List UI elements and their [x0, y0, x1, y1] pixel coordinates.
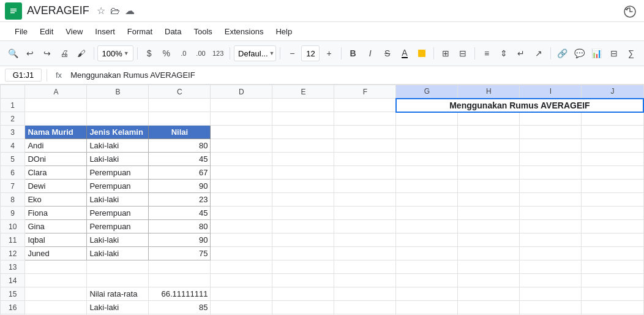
cell-c7[interactable]: 90 — [149, 180, 211, 193]
font-size-plus[interactable]: + — [321, 45, 337, 62]
cell-f4[interactable] — [334, 139, 396, 153]
cell-a3[interactable]: Nama Murid — [25, 126, 87, 139]
function-btn[interactable]: ∑ — [623, 45, 639, 62]
cell-f7[interactable] — [334, 180, 396, 193]
cell-b12[interactable]: Laki-laki — [87, 247, 149, 260]
cell-a14[interactable] — [25, 274, 87, 287]
menu-insert[interactable]: Insert — [90, 25, 120, 39]
menu-view[interactable]: View — [61, 25, 88, 39]
font-size-input[interactable] — [302, 49, 319, 58]
search-btn[interactable]: 🔍 — [5, 45, 21, 62]
col-header-c[interactable]: C — [149, 85, 211, 99]
cell-c8[interactable]: 23 — [149, 193, 211, 207]
halign-btn[interactable]: ≡ — [479, 45, 495, 62]
cell-e10[interactable] — [272, 220, 334, 233]
menu-data[interactable]: Data — [160, 25, 186, 39]
cell-i12[interactable] — [520, 247, 582, 260]
cell-i2[interactable] — [520, 112, 582, 126]
menu-format[interactable]: Format — [122, 25, 157, 39]
cell-g16[interactable] — [396, 301, 458, 314]
folder-icon[interactable]: 🗁 — [110, 6, 120, 17]
cell-e3[interactable] — [272, 126, 334, 139]
cell-d6[interactable] — [211, 166, 272, 180]
cell-c14[interactable] — [149, 274, 211, 287]
cell-c15[interactable]: 66.11111111 — [149, 287, 211, 301]
cell-g7[interactable] — [396, 180, 458, 193]
cell-i4[interactable] — [520, 139, 582, 153]
cell-e12[interactable] — [272, 247, 334, 260]
cell-c3[interactable]: Nilai — [149, 126, 211, 139]
text-color-btn[interactable]: A — [397, 45, 413, 62]
borders-btn[interactable]: ⊞ — [438, 45, 454, 62]
italic-btn[interactable]: I — [362, 45, 378, 62]
fill-color-btn[interactable] — [414, 45, 430, 62]
menu-help[interactable]: Help — [271, 25, 297, 39]
cell-g9[interactable] — [396, 207, 458, 220]
cell-b10[interactable]: Perempuan — [87, 220, 149, 233]
cell-b4[interactable]: Laki-laki — [87, 139, 149, 153]
cell-b5[interactable]: Laki-laki — [87, 153, 149, 166]
cell-d3[interactable] — [211, 126, 272, 139]
rotate-btn[interactable]: ↗ — [530, 45, 546, 62]
cell-h11[interactable] — [458, 233, 520, 247]
cell-i13[interactable] — [520, 260, 582, 274]
cloud-icon[interactable]: ☁ — [125, 5, 135, 17]
cell-j9[interactable] — [582, 207, 643, 220]
cell-c2[interactable] — [149, 112, 211, 126]
cell-c10[interactable]: 80 — [149, 220, 211, 233]
cell-f16[interactable] — [334, 301, 396, 314]
cell-h14[interactable] — [458, 274, 520, 287]
cell-b14[interactable] — [87, 274, 149, 287]
cell-i14[interactable] — [520, 274, 582, 287]
menu-tools[interactable]: Tools — [189, 25, 217, 39]
col-header-a[interactable]: A — [25, 85, 87, 99]
cell-f15[interactable] — [334, 287, 396, 301]
cell-h5[interactable] — [458, 153, 520, 166]
cell-g12[interactable] — [396, 247, 458, 260]
cell-f8[interactable] — [334, 193, 396, 207]
cell-g4[interactable] — [396, 139, 458, 153]
cell-d15[interactable] — [211, 287, 272, 301]
cell-b13[interactable] — [87, 260, 149, 274]
cell-h15[interactable] — [458, 287, 520, 301]
cell-j15[interactable] — [582, 287, 643, 301]
cell-d1[interactable] — [211, 99, 272, 112]
cell-e4[interactable] — [272, 139, 334, 153]
cell-f14[interactable] — [334, 274, 396, 287]
cell-a2[interactable] — [25, 112, 87, 126]
cell-e1[interactable] — [272, 99, 334, 112]
cell-f1[interactable] — [334, 99, 396, 112]
bold-btn[interactable]: B — [345, 45, 361, 62]
cell-b11[interactable]: Laki-laki — [87, 233, 149, 247]
cell-g13[interactable] — [396, 260, 458, 274]
cell-f9[interactable] — [334, 207, 396, 220]
cell-i5[interactable] — [520, 153, 582, 166]
font-size-minus[interactable]: − — [284, 45, 300, 62]
cell-d10[interactable] — [211, 220, 272, 233]
cell-i8[interactable] — [520, 193, 582, 207]
decimal2-btn[interactable]: .00 — [193, 45, 209, 62]
cell-h4[interactable] — [458, 139, 520, 153]
cell-c1[interactable] — [149, 99, 211, 112]
cell-b3[interactable]: Jenis Kelamin — [87, 126, 149, 139]
cell-e8[interactable] — [272, 193, 334, 207]
cell-h10[interactable] — [458, 220, 520, 233]
cell-f10[interactable] — [334, 220, 396, 233]
cell-j7[interactable] — [582, 180, 643, 193]
menu-file[interactable]: File — [10, 25, 32, 39]
cell-f6[interactable] — [334, 166, 396, 180]
redo-btn[interactable]: ↪ — [39, 45, 55, 62]
cell-a9[interactable]: Fiona — [25, 207, 87, 220]
col-header-g[interactable]: G — [396, 85, 458, 99]
cell-g3[interactable] — [396, 126, 458, 139]
star-icon[interactable]: ☆ — [97, 5, 105, 17]
col-header-j[interactable]: J — [582, 85, 643, 99]
cell-e16[interactable] — [272, 301, 334, 314]
col-header-d[interactable]: D — [211, 85, 272, 99]
cell-g11[interactable] — [396, 233, 458, 247]
cell-e2[interactable] — [272, 112, 334, 126]
cell-j4[interactable] — [582, 139, 643, 153]
cell-b9[interactable]: Perempuan — [87, 207, 149, 220]
cell-i9[interactable] — [520, 207, 582, 220]
cell-i15[interactable] — [520, 287, 582, 301]
